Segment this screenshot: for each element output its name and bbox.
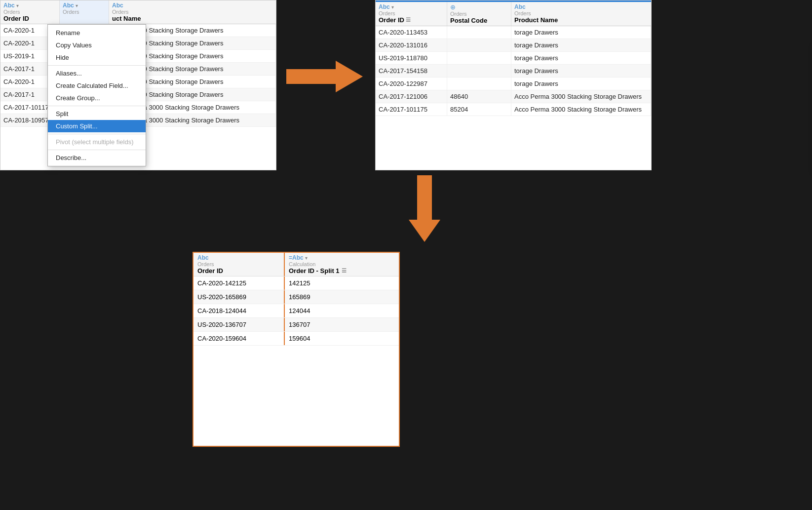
cell	[447, 78, 511, 90]
menu-separator-4	[48, 150, 146, 150]
table-row: CA-2020-131016 torage Drawers	[376, 39, 651, 52]
bottom-right-col-header: =Abc ▾ Calculation Order ID - Split 1 ☰	[285, 253, 399, 276]
cell: CA-2017-121006	[376, 90, 447, 103]
svg-marker-0	[286, 61, 363, 92]
cell: 124044	[285, 304, 399, 317]
cell: CA-2020-131016	[376, 39, 447, 51]
abc-icon-3: Abc	[514, 3, 526, 10]
cell: CA-2017-154158	[376, 65, 447, 77]
col3-source: Orders	[112, 9, 273, 15]
bottom-table-body: CA-2020-142125 142125 US-2020-165869 165…	[193, 276, 399, 346]
menu-item-pivot: Pivot (select multiple fields)	[48, 136, 146, 148]
cell: 159604	[285, 332, 399, 345]
tr-col-postal: ⊕ Orders Postal Code	[447, 2, 511, 26]
cell: CA-2017-101175	[376, 103, 447, 116]
cell: 165869	[285, 290, 399, 304]
tr-col-headers: Abc ▾ Orders Order ID ☰ ⊕ Orders Postal …	[376, 2, 651, 26]
bottom-right-source: Calculation	[289, 261, 395, 267]
bottom-left-col-header: Abc Orders Order ID	[193, 253, 285, 276]
globe-icon: ⊕	[450, 3, 456, 11]
context-menu: Rename Copy Values Hide Aliases... Creat…	[47, 24, 146, 166]
table-row: CA-2017-101175 85204 Acco Perma 3000 Sta…	[376, 103, 651, 116]
down-arrow	[405, 175, 444, 246]
cell: US-2019-118780	[376, 52, 447, 64]
col-header-order-id: Abc ▾ Orders Order ID	[0, 0, 60, 24]
table-row: CA-2020-142125 142125	[193, 276, 399, 290]
cell	[447, 52, 511, 64]
cell: 136707	[285, 318, 399, 331]
cell: CA-2020-122987	[376, 78, 447, 90]
abc-type-icon-2: Abc	[63, 2, 74, 9]
tr-table-body: CA-2020-113453 torage Drawers CA-2020-13…	[376, 26, 651, 116]
cell	[447, 65, 511, 77]
col-header-2: Abc ▾ Orders	[60, 0, 109, 24]
col-name-label: Order ID	[3, 15, 56, 22]
table-row: US-2020-165869 165869	[193, 290, 399, 304]
sort-icon-bottom[interactable]: ☰	[342, 268, 347, 274]
top-left-panel: Abc ▾ Orders Order ID Abc ▾ Orders Abc O…	[0, 0, 276, 170]
menu-item-aliases[interactable]: Aliases...	[48, 67, 146, 79]
cell: CA-2018-124044	[193, 304, 285, 317]
bottom-col-headers: Abc Orders Order ID =Abc ▾ Calculation O…	[193, 253, 399, 276]
menu-item-hide[interactable]: Hide	[48, 51, 146, 64]
menu-item-describe[interactable]: Describe...	[48, 152, 146, 164]
table-row: CA-2017-121006 48640 Acco Perma 3000 Sta…	[376, 90, 651, 103]
menu-item-copy-values[interactable]: Copy Values	[48, 39, 146, 51]
bottom-right-colname: Order ID - Split 1 ☰	[289, 267, 395, 275]
cell: torage Drawers	[511, 39, 651, 51]
col-dropdown[interactable]: ▾	[391, 4, 394, 10]
menu-separator	[48, 65, 146, 66]
cell: CA-2020-159604	[193, 332, 285, 345]
right-col-dropdown[interactable]: ▾	[305, 255, 308, 261]
right-arrow	[286, 57, 365, 98]
table-row: CA-2017-154158 torage Drawers	[376, 65, 651, 78]
tr-col-name: Order ID ☰	[379, 16, 444, 24]
cell: Acco Perma 3000 Stacking Storage Drawers	[511, 103, 651, 116]
menu-item-rename[interactable]: Rename	[48, 27, 146, 39]
menu-item-custom-split[interactable]: Custom Split...	[48, 120, 146, 132]
abc-type-icon-3: Abc	[112, 2, 123, 9]
cell: 142125	[285, 276, 399, 290]
table-row: US-2019-118780 torage Drawers	[376, 52, 651, 65]
col3-name: uct Name	[112, 15, 273, 22]
cell	[447, 26, 511, 39]
table-row: CA-2018-124044 124044	[193, 304, 399, 318]
svg-marker-1	[409, 175, 440, 242]
cell: US-2020-165869	[193, 290, 285, 304]
tr-postal-source: Orders	[450, 11, 508, 17]
col-source-label: Orders	[3, 9, 56, 15]
cell: 85204	[447, 103, 511, 116]
bottom-left-source: Orders	[197, 261, 280, 267]
tr-postal-name: Postal Code	[450, 17, 508, 24]
cell: CA-2020-113453	[376, 26, 447, 39]
col-dropdown-icon-2[interactable]: ▾	[76, 3, 78, 8]
menu-item-create-group[interactable]: Create Group...	[48, 92, 146, 104]
tr-col-product: Abc Orders Product Name	[511, 2, 651, 26]
cell: torage Drawers	[511, 52, 651, 64]
cell: US-2020-136707	[193, 318, 285, 331]
menu-separator-3	[48, 134, 146, 134]
col-dropdown-icon[interactable]: ▾	[16, 3, 19, 8]
cell: torage Drawers	[511, 65, 651, 77]
cell: 48640	[447, 90, 511, 103]
abc-icon-bottom-left: Abc	[197, 254, 209, 261]
tr-product-source: Orders	[514, 10, 648, 16]
cell: torage Drawers	[511, 78, 651, 90]
cell: CA-2020-142125	[193, 276, 285, 290]
table-row: CA-2020-159604 159604	[193, 332, 399, 346]
col2-source: Orders	[63, 9, 106, 15]
cell	[447, 39, 511, 51]
table-row: CA-2020-113453 torage Drawers	[376, 26, 651, 39]
abc-type-icon: Abc	[3, 2, 15, 9]
col-header-product: Abc Orders uct Name	[109, 0, 276, 24]
menu-item-create-calc[interactable]: Create Calculated Field...	[48, 79, 146, 92]
abc-icon: Abc	[379, 3, 390, 10]
tr-col-source: Orders	[379, 10, 444, 16]
cell: Acco Perma 3000 Stacking Storage Drawers	[511, 90, 651, 103]
menu-item-split[interactable]: Split	[48, 108, 146, 120]
bottom-left-colname: Order ID	[197, 267, 280, 275]
table-row: US-2020-136707 136707	[193, 318, 399, 332]
top-right-panel: Abc ▾ Orders Order ID ☰ ⊕ Orders Postal …	[375, 0, 652, 170]
sort-icon[interactable]: ☰	[406, 17, 411, 23]
tr-product-name: Product Name	[514, 16, 648, 24]
